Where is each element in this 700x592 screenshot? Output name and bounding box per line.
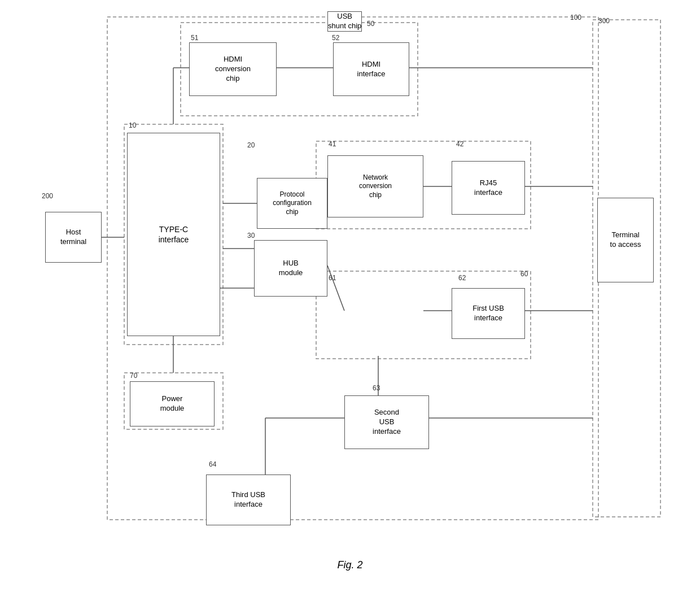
ref-62-label: 62 <box>458 274 466 282</box>
ref-10-label: 10 <box>129 121 136 129</box>
ref-64-label: 64 <box>209 460 216 468</box>
rj45-interface-box: RJ45 interface <box>452 161 525 215</box>
diagram: 100 200 300 10 20 30 50 51 52 41 42 60 6… <box>40 11 660 554</box>
ref-300-label: 300 <box>598 17 610 25</box>
protocol-config-chip-label: Protocol configuration chip <box>273 190 312 217</box>
network-conversion-chip-label: Network conversion chip <box>359 173 392 200</box>
ref-61-label: 61 <box>329 274 336 282</box>
hub-module-label: HUB module <box>279 259 303 278</box>
terminal-to-access-label: Terminal to access <box>610 230 641 250</box>
hub-module-box: HUB module <box>254 240 327 297</box>
ref-42-label: 42 <box>456 140 463 148</box>
ref-100-label: 100 <box>570 14 581 21</box>
ref-200-label: 200 <box>42 192 53 200</box>
second-usb-interface-box: Second USB interface <box>344 395 429 449</box>
third-usb-interface-label: Third USB interface <box>231 490 265 510</box>
network-conversion-chip-box: Network conversion chip <box>327 155 423 217</box>
svg-line-17 <box>327 265 344 311</box>
ref-51-label: 51 <box>191 34 198 42</box>
protocol-config-chip-box: Protocol configuration chip <box>257 178 327 229</box>
usb-shunt-chip-label: USB shunt chip <box>328 12 361 31</box>
ref-52-label: 52 <box>332 34 339 42</box>
hdmi-interface-box: HDMI interface <box>333 42 409 96</box>
figure-caption: Fig. 2 <box>337 559 362 571</box>
power-module-box: Power module <box>130 381 215 426</box>
first-usb-interface-box: First USB interface <box>452 288 525 339</box>
first-usb-interface-label: First USB interface <box>473 304 504 323</box>
terminal-to-access-box: Terminal to access <box>597 198 654 282</box>
type-c-interface-box: TYPE-C interface <box>127 133 220 336</box>
ref-20-label: 20 <box>247 141 255 149</box>
hdmi-interface-label: HDMI interface <box>357 60 386 79</box>
ref-63-label: 63 <box>373 384 380 392</box>
ref-70-label: 70 <box>130 372 137 380</box>
second-usb-interface-label: Second USB interface <box>373 408 401 437</box>
host-terminal-box: Host terminal <box>45 212 102 263</box>
host-terminal-label: Host terminal <box>60 228 86 247</box>
ref-41-label: 41 <box>329 140 336 148</box>
third-usb-interface-box: Third USB interface <box>206 475 291 525</box>
power-module-label: Power module <box>160 394 185 413</box>
rj45-interface-label: RJ45 interface <box>474 179 502 198</box>
usb-shunt-chip-box: USB shunt chip <box>327 11 362 32</box>
ref-60-label: 60 <box>520 270 528 278</box>
ref-30-label: 30 <box>247 232 255 240</box>
ref-50-label: 50 <box>367 20 374 28</box>
hdmi-conversion-chip-box: HDMI conversion chip <box>189 42 277 96</box>
type-c-interface-label: TYPE-C interface <box>159 224 189 245</box>
hdmi-conversion-chip-label: HDMI conversion chip <box>215 55 251 84</box>
